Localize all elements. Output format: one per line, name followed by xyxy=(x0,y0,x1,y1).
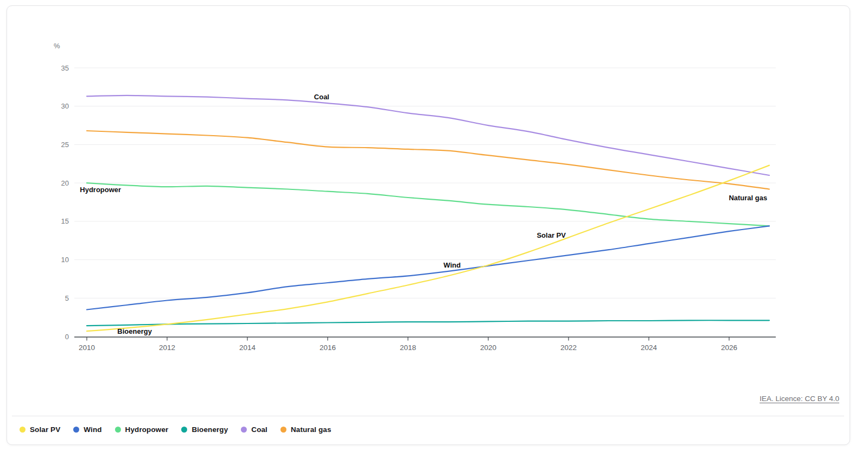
x-tick-label: 2022 xyxy=(560,344,577,352)
series-line-wind xyxy=(87,226,769,309)
y-axis-unit-label: % xyxy=(54,42,60,50)
series-line-solar-pv xyxy=(87,166,769,331)
x-tick-label: 2012 xyxy=(159,344,175,352)
y-tick-label: 20 xyxy=(61,179,69,187)
x-tick-label: 2024 xyxy=(641,344,658,352)
legend-item-hydropower[interactable]: Hydropower xyxy=(115,425,169,434)
legend-item-solar-pv[interactable]: Solar PV xyxy=(20,425,60,434)
legend-label-natural-gas: Natural gas xyxy=(291,425,331,434)
legend-item-natural-gas[interactable]: Natural gas xyxy=(280,425,331,434)
legend-label-coal: Coal xyxy=(251,425,267,434)
legend-dot-bioenergy xyxy=(181,427,187,433)
series-label-hydropower: Hydropower xyxy=(80,186,121,194)
legend-divider xyxy=(12,416,844,416)
gridlines xyxy=(74,68,776,298)
capacity-share-line-chart: 05101520253035% 201020122014201620182020… xyxy=(0,0,868,451)
legend-label-wind: Wind xyxy=(84,425,101,434)
y-tick-label: 5 xyxy=(65,294,69,302)
source-licence-link[interactable]: IEA. Licence: CC BY 4.0 xyxy=(760,395,839,403)
x-tick-label: 2018 xyxy=(400,344,416,352)
legend-dot-natural-gas xyxy=(280,427,286,433)
series-label-coal: Coal xyxy=(314,93,329,101)
series-line-natural-gas xyxy=(87,131,769,189)
series-line-bioenergy xyxy=(87,320,769,326)
legend-item-coal[interactable]: Coal xyxy=(241,425,267,434)
x-tick-label: 2010 xyxy=(79,344,95,352)
series-label-wind: Wind xyxy=(444,261,461,269)
series-line-coal xyxy=(87,96,769,175)
legend-label-bioenergy: Bioenergy xyxy=(192,425,228,434)
legend-dot-solar-pv xyxy=(20,427,25,433)
series-lines xyxy=(87,96,769,331)
x-axis: 201020122014201620182020202220242026 xyxy=(74,337,776,352)
legend-item-bioenergy[interactable]: Bioenergy xyxy=(181,425,228,434)
legend-label-solar-pv: Solar PV xyxy=(30,425,60,434)
y-tick-label: 30 xyxy=(61,102,69,110)
x-tick-label: 2016 xyxy=(320,344,336,352)
y-tick-label: 25 xyxy=(61,141,69,149)
legend-dot-hydropower xyxy=(115,427,121,433)
y-axis-labels: 05101520253035% xyxy=(54,42,69,341)
x-tick-label: 2020 xyxy=(480,344,496,352)
x-tick-label: 2014 xyxy=(239,344,256,352)
y-tick-label: 35 xyxy=(61,64,69,72)
x-tick-label: 2026 xyxy=(721,344,737,352)
chart-legend: Solar PVWindHydropowerBioenergyCoalNatur… xyxy=(20,425,331,434)
y-tick-label: 10 xyxy=(61,256,69,264)
legend-dot-coal xyxy=(241,427,247,433)
legend-item-wind[interactable]: Wind xyxy=(73,425,101,434)
legend-dot-wind xyxy=(73,427,79,433)
series-label-solar-pv: Solar PV xyxy=(537,231,566,239)
y-tick-label: 15 xyxy=(61,217,69,225)
series-line-hydropower xyxy=(87,183,769,226)
series-label-natural-gas: Natural gas xyxy=(729,194,767,202)
legend-label-hydropower: Hydropower xyxy=(125,425,169,434)
y-tick-label: 0 xyxy=(65,333,69,341)
series-label-bioenergy: Bioenergy xyxy=(117,327,152,335)
